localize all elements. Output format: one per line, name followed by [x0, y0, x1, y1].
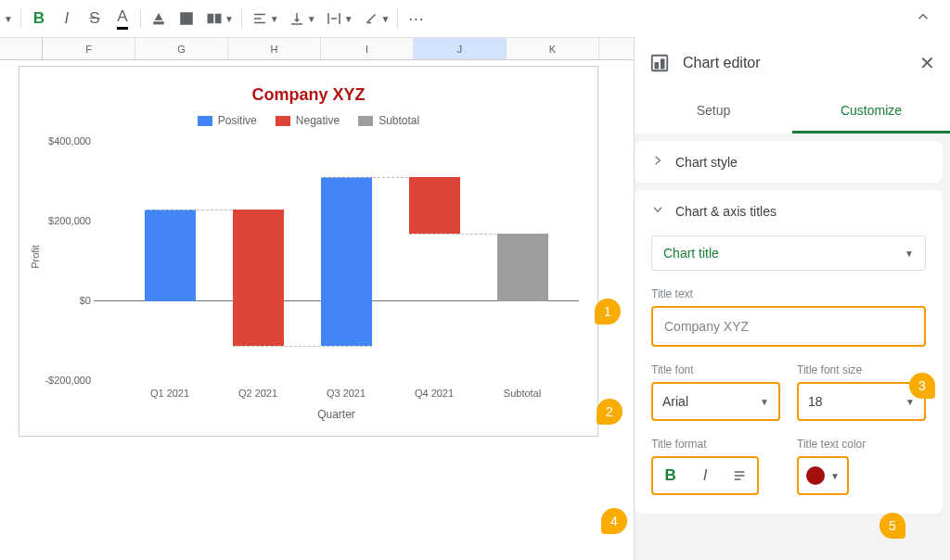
- bar-q2: [233, 210, 284, 346]
- toolbar: ▼ B I S A ▼ ▼ ▼ ▼ ▼ ⋯: [0, 0, 950, 37]
- chevron-right-icon: [651, 154, 664, 170]
- section-chart-axis-titles: Chart & axis titles Chart title▼ Title t…: [635, 190, 943, 514]
- bar-q3: [321, 177, 372, 346]
- merge-dropdown-caret[interactable]: ▼: [225, 14, 234, 24]
- title-format-group: B I: [651, 456, 759, 495]
- tab-setup[interactable]: Setup: [635, 89, 792, 134]
- text-color-button[interactable]: A: [109, 5, 136, 32]
- prev-dropdown-caret[interactable]: ▼: [4, 14, 13, 24]
- col-header-g[interactable]: G: [135, 38, 228, 59]
- format-bold-button[interactable]: B: [653, 458, 687, 493]
- chart-editor-sidebar: Chart editor ✕ Setup Customize Chart sty…: [634, 37, 950, 560]
- col-header-h[interactable]: H: [228, 38, 321, 59]
- chevron-down-icon: [651, 203, 664, 219]
- italic-button[interactable]: I: [53, 5, 81, 32]
- chart-title: Company XYZ: [19, 85, 597, 105]
- section-header-titles[interactable]: Chart & axis titles: [635, 190, 943, 232]
- col-header-k[interactable]: K: [507, 38, 599, 59]
- more-button[interactable]: ⋯: [402, 5, 430, 32]
- title-selector-dropdown[interactable]: Chart title▼: [651, 235, 926, 271]
- label-title-format: Title format: [651, 438, 780, 451]
- chart-editor-icon: [649, 53, 670, 73]
- chart-object[interactable]: Company XYZ Positive Negative Subtotal P…: [19, 66, 598, 437]
- fill-color-button[interactable]: [145, 5, 173, 32]
- label-title-text: Title text: [651, 287, 926, 300]
- collapse-toolbar-icon[interactable]: [904, 8, 943, 29]
- halign-caret[interactable]: ▼: [270, 14, 279, 24]
- title-size-select[interactable]: 18▼: [797, 382, 926, 421]
- chart-legend: Positive Negative Subtotal: [19, 114, 597, 127]
- title-color-select[interactable]: ▼: [797, 456, 849, 495]
- format-italic-button[interactable]: I: [687, 458, 722, 493]
- label-title-color: Title text color: [797, 438, 926, 451]
- title-font-select[interactable]: Arial▼: [651, 382, 780, 421]
- color-swatch: [806, 466, 825, 485]
- bold-button[interactable]: B: [25, 5, 53, 32]
- col-header-j[interactable]: J: [414, 38, 507, 59]
- strikethrough-button[interactable]: S: [81, 5, 109, 32]
- sidebar-title: Chart editor: [683, 55, 761, 71]
- col-header-i[interactable]: I: [321, 38, 414, 59]
- svg-rect-0: [154, 22, 164, 24]
- tab-customize[interactable]: Customize: [792, 89, 950, 134]
- label-title-font: Title font: [651, 363, 780, 376]
- svg-rect-4: [208, 15, 212, 23]
- rotate-caret[interactable]: ▼: [381, 14, 391, 24]
- bar-subtotal: [497, 234, 548, 302]
- close-icon[interactable]: ✕: [919, 52, 935, 74]
- valign-caret[interactable]: ▼: [307, 14, 316, 24]
- plot-area: Profit $400,000 $200,000 $0 -$200,000: [94, 141, 579, 380]
- svg-rect-6: [652, 56, 668, 71]
- column-headers: F G H I J K: [0, 37, 634, 60]
- bar-q1: [145, 210, 196, 302]
- section-chart-style[interactable]: Chart style: [635, 141, 943, 183]
- sheet-area: F G H I J K Company XYZ Positive Negativ…: [0, 37, 634, 560]
- borders-button[interactable]: [173, 5, 200, 32]
- annotation-5: 5: [879, 513, 905, 539]
- format-align-button[interactable]: [723, 458, 757, 493]
- x-axis-label: Quarter: [94, 408, 579, 421]
- svg-rect-5: [215, 15, 220, 23]
- title-text-input[interactable]: [651, 306, 926, 347]
- annotation-4: 4: [601, 508, 627, 534]
- svg-rect-8: [661, 59, 664, 68]
- bar-q4: [409, 177, 460, 234]
- svg-rect-7: [655, 63, 658, 69]
- wrap-caret[interactable]: ▼: [344, 14, 353, 24]
- annotation-1: 1: [595, 299, 621, 325]
- annotation-3: 3: [909, 373, 935, 399]
- label-title-size: Title font size: [797, 363, 926, 376]
- annotation-2: 2: [597, 399, 623, 425]
- col-header-f[interactable]: F: [43, 38, 135, 59]
